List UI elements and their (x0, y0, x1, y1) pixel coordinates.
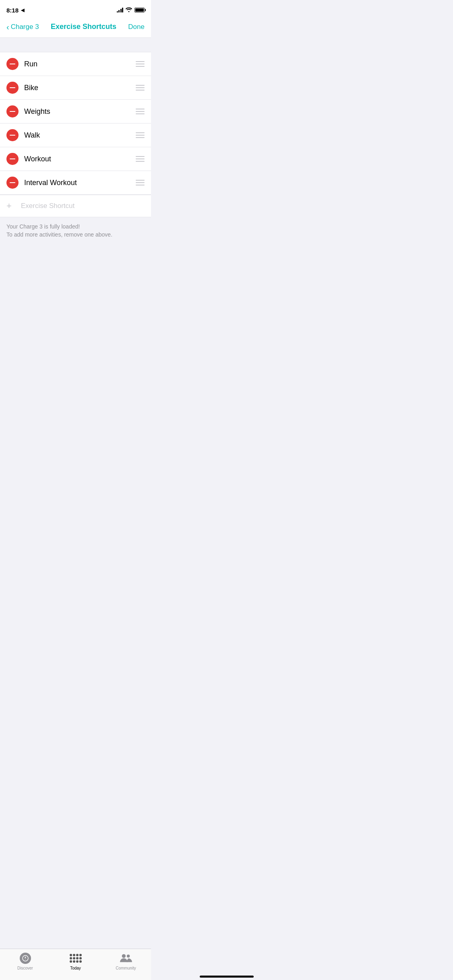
info-section: Your Charge 3 is fully loaded!To add mor… (0, 217, 151, 244)
status-bar: 8:18 ◀ (0, 0, 151, 18)
section-gap (0, 38, 151, 52)
list-item: Walk (0, 124, 151, 147)
list-item: Bike (0, 76, 151, 100)
remove-weights-button[interactable] (6, 105, 19, 117)
back-button[interactable]: ‹ Charge 3 (6, 23, 39, 31)
workout-label: Workout (24, 155, 136, 163)
back-label: Charge 3 (11, 23, 39, 31)
remove-run-button[interactable] (6, 58, 19, 70)
page-title: Exercise Shortcuts (51, 23, 116, 31)
wifi-icon (126, 7, 132, 13)
exercise-list: Run Bike Weights Walk Workout Inter (0, 52, 151, 195)
drag-handle-bike[interactable] (136, 85, 145, 91)
add-exercise-row[interactable]: + Exercise Shortcut (0, 195, 151, 217)
drag-handle-interval[interactable] (136, 180, 145, 185)
list-item: Interval Workout (0, 171, 151, 194)
drag-handle-run[interactable] (136, 61, 145, 67)
status-icons (117, 7, 145, 13)
drag-handle-walk[interactable] (136, 132, 145, 138)
drag-handle-weights[interactable] (136, 109, 145, 114)
add-exercise-label: Exercise Shortcut (21, 202, 74, 210)
remove-bike-button[interactable] (6, 82, 19, 94)
info-text: Your Charge 3 is fully loaded!To add mor… (6, 223, 145, 239)
time-display: 8:18 (6, 7, 19, 14)
battery-icon (134, 8, 145, 12)
navigation-header: ‹ Charge 3 Exercise Shortcuts Done (0, 18, 151, 38)
back-arrow-icon: ‹ (6, 23, 9, 31)
bottom-fill (0, 244, 151, 385)
status-time: 8:18 ◀ (6, 7, 24, 14)
location-arrow-icon: ◀ (21, 8, 24, 13)
signal-icon (117, 8, 124, 12)
list-item: Weights (0, 100, 151, 124)
interval-workout-label: Interval Workout (24, 179, 136, 187)
bike-label: Bike (24, 84, 136, 92)
list-item: Workout (0, 147, 151, 171)
walk-label: Walk (24, 131, 136, 140)
list-item: Run (0, 52, 151, 76)
done-button[interactable]: Done (128, 23, 145, 31)
run-label: Run (24, 60, 136, 68)
remove-workout-button[interactable] (6, 153, 19, 165)
remove-interval-button[interactable] (6, 177, 19, 189)
drag-handle-workout[interactable] (136, 156, 145, 162)
weights-label: Weights (24, 107, 136, 116)
remove-walk-button[interactable] (6, 129, 19, 141)
add-plus-icon: + (6, 202, 15, 210)
